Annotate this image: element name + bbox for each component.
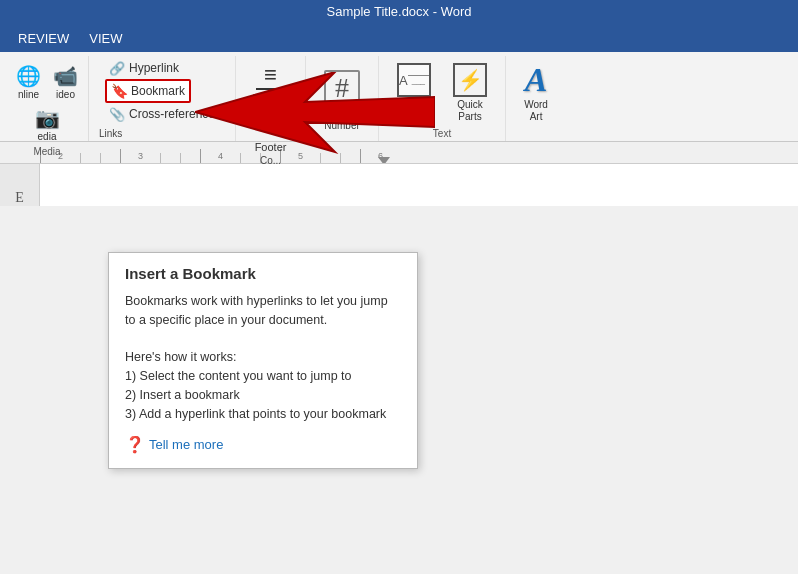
text-box-button[interactable]: A___ TextBox xyxy=(389,60,439,126)
page-number-label: PageNumber xyxy=(324,108,360,132)
wordart-label: WordArt xyxy=(524,99,548,123)
text-box-icon: A___ xyxy=(397,63,431,97)
tooltip-learn-more-link[interactable]: ❓ Tell me more xyxy=(125,435,401,454)
media-section-label: Media xyxy=(33,146,60,159)
text-box-label: TextBox xyxy=(405,99,423,123)
quick-parts-label: QuickParts xyxy=(457,99,483,123)
page-number-button[interactable]: # PageNumber xyxy=(316,67,368,135)
header-icon: ≡ xyxy=(256,62,286,90)
menu-view[interactable]: VIEW xyxy=(81,28,130,49)
page-number-icon: # xyxy=(324,70,360,106)
menu-bar: REVIEW VIEW xyxy=(0,24,798,52)
tooltip-step1: 1) Select the content you want to jump t… xyxy=(125,367,401,386)
indent-triangle xyxy=(378,157,390,164)
tooltip-title: Insert a Bookmark xyxy=(125,265,401,282)
online-pictures-btn[interactable]: 🌐 nline xyxy=(12,62,45,102)
bookmark-button[interactable]: 🔖 Bookmark xyxy=(105,79,191,103)
media-label: edia xyxy=(38,131,57,142)
tooltip-step2: 2) Insert a bookmark xyxy=(125,386,401,405)
tooltip-link-text: Tell me more xyxy=(149,437,223,452)
quick-parts-icon: ⚡ xyxy=(453,63,487,97)
tooltip-body: Bookmarks work with hyperlinks to let yo… xyxy=(125,292,401,423)
ribbon: 🌐 nline 📹 ideo 📷 edia Media xyxy=(0,52,798,142)
header-footer-section: ≡ Header ≡ Footer Co... xyxy=(236,56,306,141)
ruler-marks: 2 3 4 5 6 xyxy=(40,142,400,163)
bookmark-label: Bookmark xyxy=(131,84,185,98)
wordart-icon: A xyxy=(525,63,548,97)
menu-review[interactable]: REVIEW xyxy=(10,28,77,49)
header-button[interactable]: ≡ Header xyxy=(246,60,294,106)
wordart-button[interactable]: A WordArt xyxy=(516,60,556,126)
bookmark-icon: 🔖 xyxy=(111,83,127,99)
page-number-section: # PageNumber xyxy=(306,56,379,141)
tooltip-step3: 3) Add a hyperlink that points to your b… xyxy=(125,405,401,424)
globe-icon: 🌐 xyxy=(16,64,41,88)
media-icon: 📷 xyxy=(35,106,60,130)
tooltip-body-para2: Here's how it works: xyxy=(125,348,401,367)
header-label: Header xyxy=(252,92,288,104)
hyperlink-button[interactable]: 🔗 Hyperlink xyxy=(105,58,183,78)
title-bar: Sample Title.docx - Word xyxy=(0,0,798,24)
media-btn[interactable]: 📷 edia xyxy=(31,104,64,144)
links-section: 🔗 Hyperlink 🔖 Bookmark 📎 Cross-reference… xyxy=(89,56,236,141)
wordart-section: A WordArt xyxy=(506,56,566,141)
video-icon: 📹 xyxy=(53,64,78,88)
quick-parts-button[interactable]: ⚡ QuickParts xyxy=(445,60,495,126)
tooltip-link-icon: ❓ xyxy=(125,435,145,454)
video-label: ideo xyxy=(56,89,75,100)
document-body: E Insert a Bookmark Bookmarks work with … xyxy=(0,164,798,206)
footer-button[interactable]: ≡ Footer xyxy=(249,109,293,155)
hyperlink-label: Hyperlink xyxy=(129,61,179,75)
page-marker: E xyxy=(15,190,24,206)
tooltip-popup: Insert a Bookmark Bookmarks work with hy… xyxy=(108,252,418,469)
title-text: Sample Title.docx - Word xyxy=(327,4,472,19)
footer-icon: ≡ xyxy=(256,111,286,139)
online-label: nline xyxy=(18,89,39,100)
hyperlink-icon: 🔗 xyxy=(109,60,125,76)
cross-reference-button[interactable]: 📎 Cross-reference xyxy=(105,104,219,124)
footer-label: Footer xyxy=(255,141,287,153)
ruler: 2 3 4 5 6 xyxy=(0,142,798,164)
links-section-label: Links xyxy=(99,128,122,141)
cross-reference-label: Cross-reference xyxy=(129,107,215,121)
text-section-label: Text xyxy=(433,128,451,141)
video-btn[interactable]: 📹 ideo xyxy=(49,62,82,102)
tooltip-body-para1: Bookmarks work with hyperlinks to let yo… xyxy=(125,292,401,330)
cross-reference-icon: 📎 xyxy=(109,106,125,122)
doc-content[interactable]: Insert a Bookmark Bookmarks work with hy… xyxy=(40,164,798,206)
doc-sidebar: E xyxy=(0,164,40,206)
text-box-section: A___ TextBox ⚡ QuickParts Text xyxy=(379,56,506,141)
